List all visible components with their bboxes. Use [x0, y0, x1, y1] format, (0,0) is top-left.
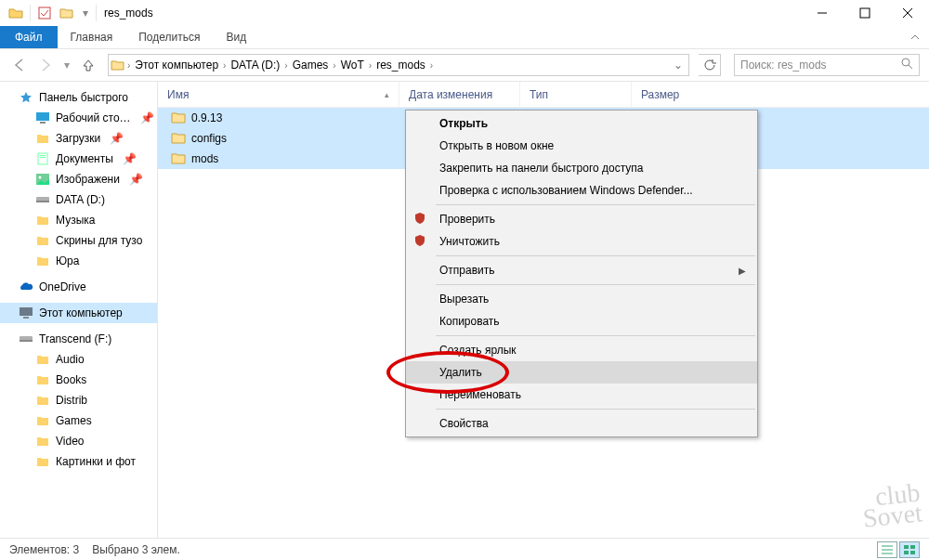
tree-onedrive[interactable]: OneDrive	[0, 277, 157, 297]
breadcrumb[interactable]: Games	[290, 59, 332, 72]
tree-item-video[interactable]: Video	[0, 431, 157, 451]
refresh-button[interactable]	[699, 54, 721, 76]
svg-point-5	[902, 59, 909, 66]
up-button[interactable]	[78, 55, 98, 75]
chevron-right-icon[interactable]: ›	[428, 60, 435, 71]
status-selected-count: Выбрано 3 элем.	[92, 543, 180, 556]
tree-item-audio[interactable]: Audio	[0, 349, 157, 370]
breadcrumb[interactable]: WoT	[338, 59, 367, 72]
shield-icon	[413, 212, 428, 227]
col-date[interactable]: Дата изменения	[399, 82, 520, 107]
search-input[interactable]: Поиск: res_mods	[734, 54, 920, 76]
ctx-rename[interactable]: Переименовать	[406, 384, 757, 406]
chevron-right-icon[interactable]: ›	[221, 60, 228, 71]
qat-properties-icon[interactable]	[34, 3, 55, 23]
close-button[interactable]	[886, 0, 929, 26]
view-icons-button[interactable]	[899, 541, 920, 558]
qat-dropdown-icon[interactable]: ▾	[79, 3, 92, 23]
tree-transcend[interactable]: Transcend (F:)	[0, 329, 157, 349]
folder-icon	[35, 393, 50, 408]
window-title: res_mods	[104, 7, 153, 20]
ctx-properties[interactable]: Свойства	[406, 412, 757, 435]
column-headers[interactable]: Имя▴ Дата изменения Тип Размер	[158, 82, 929, 108]
tree-item-screenshots[interactable]: Скрины для тузо	[0, 230, 157, 251]
breadcrumb[interactable]: res_mods	[373, 59, 428, 72]
ribbon-file-tab[interactable]: Файл	[0, 26, 58, 48]
col-name[interactable]: Имя▴	[158, 82, 399, 107]
col-type[interactable]: Тип	[520, 82, 632, 107]
qat-newfolder-icon[interactable]	[57, 3, 77, 23]
this-pc-icon	[19, 306, 33, 320]
tree-item-books[interactable]: Books	[0, 370, 157, 390]
context-menu: Открыть Открыть в новом окне Закрепить н…	[405, 110, 758, 437]
forward-button[interactable]	[35, 55, 56, 75]
ctx-delete[interactable]: Удалить	[406, 361, 757, 384]
svg-rect-16	[20, 307, 33, 316]
ctx-cut[interactable]: Вырезать	[406, 288, 757, 310]
tree-this-pc[interactable]: Этот компьютер	[0, 303, 157, 323]
tree-item-pictures[interactable]: Изображени📌	[0, 169, 157, 189]
ribbon-collapse-icon[interactable]	[901, 26, 929, 48]
folder-icon	[6, 3, 26, 23]
svg-rect-2	[860, 8, 870, 18]
folder-icon	[35, 454, 50, 469]
address-dropdown-icon[interactable]: ⌄	[670, 59, 687, 72]
breadcrumb[interactable]: DATA (D:)	[228, 59, 282, 72]
folder-icon	[35, 233, 50, 248]
drive-icon	[35, 192, 50, 207]
ctx-open[interactable]: Открыть	[406, 112, 757, 135]
svg-line-6	[909, 65, 912, 69]
ribbon-tab-home[interactable]: Главная	[58, 26, 126, 48]
view-details-button[interactable]	[877, 541, 897, 558]
tree-item-desktop[interactable]: Рабочий сто…📌	[0, 108, 157, 128]
tree-item-yura[interactable]: Юра	[0, 251, 157, 271]
ribbon: Файл Главная Поделиться Вид	[0, 26, 929, 48]
recent-dropdown-icon[interactable]: ▾	[61, 55, 72, 75]
chevron-right-icon[interactable]: ›	[331, 60, 337, 71]
minimize-button[interactable]	[801, 0, 844, 26]
back-button[interactable]	[9, 55, 30, 75]
ctx-create-shortcut[interactable]: Создать ярлык	[406, 339, 757, 361]
svg-rect-7	[36, 112, 49, 121]
folder-icon	[35, 131, 50, 146]
folder-icon	[171, 131, 186, 146]
pin-icon: 📌	[110, 132, 124, 145]
drive-icon	[19, 332, 33, 346]
onedrive-icon	[19, 280, 33, 294]
ctx-send-to[interactable]: Отправить▶	[406, 259, 757, 281]
ctx-pin-quick-access[interactable]: Закрепить на панели быстрого доступа	[406, 157, 757, 179]
ribbon-tab-view[interactable]: Вид	[213, 26, 259, 48]
tree-item-games[interactable]: Games	[0, 410, 157, 431]
ctx-av-destroy[interactable]: Уничтожить	[406, 230, 757, 253]
col-size[interactable]: Размер	[632, 82, 706, 107]
ctx-copy[interactable]: Копировать	[406, 310, 757, 332]
pin-icon: 📌	[123, 152, 137, 165]
breadcrumb[interactable]: Этот компьютер	[132, 59, 221, 72]
star-icon	[19, 90, 33, 105]
svg-rect-9	[38, 153, 47, 164]
svg-rect-23	[904, 545, 909, 549]
search-icon[interactable]	[901, 58, 913, 72]
ctx-defender-scan[interactable]: Проверка с использованием Windows Defend…	[406, 179, 757, 202]
chevron-right-icon[interactable]: ›	[282, 60, 289, 71]
tree-item-downloads[interactable]: Загрузки📌	[0, 128, 157, 149]
tree-item-data-d[interactable]: DATA (D:)	[0, 189, 157, 210]
svg-rect-25	[904, 551, 909, 554]
svg-rect-19	[20, 340, 33, 342]
navigation-tree[interactable]: Панель быстрого Рабочий сто…📌 Загрузки📌 …	[0, 82, 158, 538]
chevron-right-icon[interactable]: ›	[125, 60, 132, 71]
folder-icon	[35, 413, 50, 428]
address-bar[interactable]: › Этот компьютер › DATA (D:) › Games › W…	[108, 54, 689, 76]
ctx-av-check[interactable]: Проверить	[406, 208, 757, 230]
desktop-icon	[35, 111, 50, 125]
folder-icon	[35, 352, 50, 367]
ribbon-tab-share[interactable]: Поделиться	[125, 26, 213, 48]
tree-item-documents[interactable]: Документы📌	[0, 149, 157, 169]
maximize-button[interactable]	[844, 0, 886, 26]
ctx-open-new-window[interactable]: Открыть в новом окне	[406, 135, 757, 157]
chevron-right-icon[interactable]: ›	[367, 60, 373, 71]
tree-item-distrib[interactable]: Distrib	[0, 390, 157, 410]
tree-item-music[interactable]: Музыка	[0, 210, 157, 230]
tree-quick-access[interactable]: Панель быстрого	[0, 87, 157, 108]
tree-item-pictures2[interactable]: Картинки и фот	[0, 451, 157, 472]
